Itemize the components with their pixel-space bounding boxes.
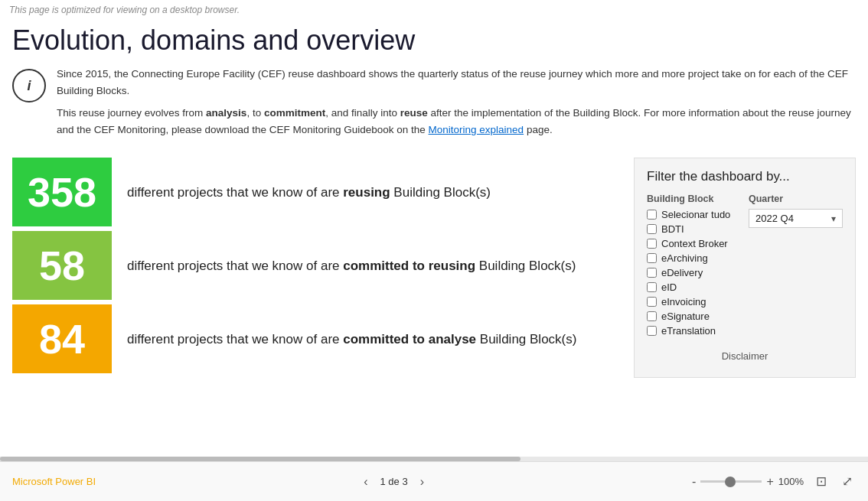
zoom-minus-button[interactable]: - <box>692 475 696 489</box>
checkbox-selecionar-tudo[interactable]: Selecionar tudo <box>647 209 741 220</box>
filter-quarter: Quarter 2022 Q4 ▾ <box>749 194 843 340</box>
stat-text-committed-reusing: different projects that we know of are c… <box>112 231 591 300</box>
info-icon: i <box>12 69 46 102</box>
checkbox-context-broker[interactable]: Context Broker <box>647 238 741 249</box>
monitoring-explained-link[interactable]: Monitoring explained <box>429 124 524 135</box>
checkbox-esignature-input[interactable] <box>647 311 657 321</box>
filter-title: Filter the dashboard by... <box>647 169 843 184</box>
checkbox-esignature[interactable]: eSignature <box>647 311 741 322</box>
stat-number-reusing: 358 <box>12 158 112 226</box>
checkbox-edelivery-label: eDelivery <box>661 267 703 278</box>
filter-panel: Filter the dashboard by... Building Bloc… <box>634 158 856 378</box>
powerbi-link[interactable]: Microsoft Power BI <box>12 476 96 487</box>
checkbox-etranslation-input[interactable] <box>647 326 657 336</box>
fullscreen-button[interactable]: ⤢ <box>839 472 856 491</box>
checkbox-einvoicing[interactable]: eInvoicing <box>647 296 741 307</box>
checkbox-bdti-label: BDTI <box>661 223 684 235</box>
zoom-plus-button[interactable]: + <box>766 475 773 489</box>
checkbox-einvoicing-input[interactable] <box>647 297 657 307</box>
checkbox-einvoicing-label: eInvoicing <box>661 296 706 307</box>
checkbox-context-broker-input[interactable] <box>647 239 657 249</box>
disclaimer-link[interactable]: Disclaimer <box>647 350 843 362</box>
stat-number-committed-reusing: 58 <box>12 231 112 300</box>
stat-row-committed-analyse: 84 different projects that we know of ar… <box>12 304 618 373</box>
page-indicator: 1 de 3 <box>380 476 408 487</box>
stat-row-committed-reusing: 58 different projects that we know of ar… <box>12 231 618 300</box>
stats-and-filter: 358 different projects that we know of a… <box>12 158 856 378</box>
zoom-value: 100% <box>778 476 804 487</box>
info-text: Since 2015, the Connecting Europe Facili… <box>57 66 856 144</box>
quarter-label: Quarter <box>749 194 843 204</box>
checkbox-earchiving-input[interactable] <box>647 253 657 263</box>
checkbox-eid-label: eID <box>661 281 677 293</box>
stats-section: 358 different projects that we know of a… <box>12 158 618 378</box>
checkbox-edelivery[interactable]: eDelivery <box>647 267 741 278</box>
checkbox-context-broker-label: Context Broker <box>661 238 728 249</box>
checkbox-etranslation[interactable]: eTranslation <box>647 325 741 337</box>
checkbox-earchiving[interactable]: eArchiving <box>647 252 741 264</box>
checkbox-esignature-label: eSignature <box>661 311 710 322</box>
stat-number-committed-analyse: 84 <box>12 304 112 373</box>
stat-text-reusing: different projects that we know of are r… <box>112 158 506 226</box>
checkbox-bdti-input[interactable] <box>647 224 657 234</box>
optimized-notice: This page is optimized for viewing on a … <box>0 0 868 20</box>
quarter-value: 2022 Q4 <box>755 213 794 224</box>
info-paragraph2: This reuse journey evolves from analysis… <box>57 105 856 138</box>
zoom-controls: - + 100% <box>692 475 804 489</box>
filter-building-block: Building Block Selecionar tudo BDTI Cont… <box>647 194 741 340</box>
quarter-dropdown[interactable]: 2022 Q4 ▾ <box>749 209 843 228</box>
zoom-slider[interactable] <box>700 480 762 483</box>
checkbox-eid-input[interactable] <box>647 282 657 292</box>
page-title: Evolution, domains and overview <box>12 24 856 57</box>
bottom-bar: Microsoft Power BI ‹ 1 de 3 › - + 100% ⊡… <box>0 461 868 501</box>
fit-to-window-button[interactable]: ⊡ <box>813 472 830 491</box>
checkbox-selecionar-tudo-input[interactable] <box>647 210 657 220</box>
filter-columns: Building Block Selecionar tudo BDTI Cont… <box>647 194 843 340</box>
checkbox-earchiving-label: eArchiving <box>661 252 708 264</box>
checkbox-etranslation-label: eTranslation <box>661 325 716 337</box>
checkbox-edelivery-input[interactable] <box>647 268 657 278</box>
chevron-down-icon: ▾ <box>831 213 836 224</box>
checkbox-bdti[interactable]: BDTI <box>647 223 741 235</box>
prev-page-button[interactable]: ‹ <box>359 473 372 490</box>
pagination: ‹ 1 de 3 › <box>359 473 429 490</box>
info-section: i Since 2015, the Connecting Europe Faci… <box>12 66 856 144</box>
stat-text-committed-analyse: different projects that we know of are c… <box>112 304 592 373</box>
bottom-right-actions: - + 100% ⊡ ⤢ <box>692 472 856 491</box>
next-page-button[interactable]: › <box>416 473 429 490</box>
building-block-label: Building Block <box>647 194 741 204</box>
checkbox-eid[interactable]: eID <box>647 281 741 293</box>
stat-row-reusing: 358 different projects that we know of a… <box>12 158 618 226</box>
checkbox-selecionar-tudo-label: Selecionar tudo <box>661 209 730 220</box>
info-paragraph1: Since 2015, the Connecting Europe Facili… <box>57 66 856 99</box>
